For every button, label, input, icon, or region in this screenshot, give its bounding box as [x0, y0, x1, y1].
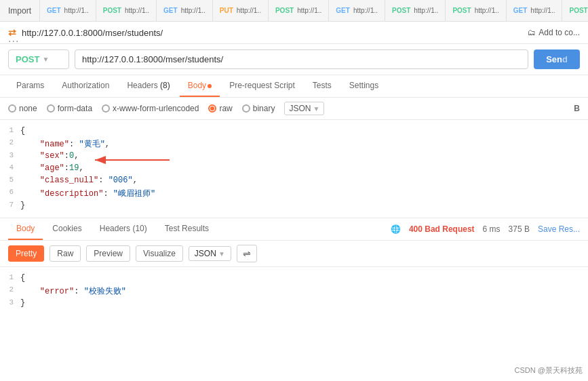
import-button[interactable]: Import — [0, 0, 40, 21]
radio-form-data — [47, 104, 55, 113]
top-tab-7[interactable]: POST http://1.. — [446, 0, 506, 21]
request-row: POST ▼ Send — [0, 44, 588, 75]
top-tab-6[interactable]: POST http://1.. — [385, 0, 446, 21]
response-line-2: 2 "error": "校验失败" — [0, 285, 588, 298]
method-badge-7: POST — [452, 7, 471, 14]
wrap-button[interactable]: ⇌ — [237, 245, 257, 262]
tab-url-6: http://1.. — [414, 7, 438, 14]
method-badge-4: POST — [275, 7, 294, 14]
option-raw[interactable]: raw — [208, 104, 232, 113]
tab-url-5: http://1.. — [353, 7, 378, 14]
view-raw-button[interactable]: Raw — [50, 245, 81, 262]
editor-line-3: 3 "sex":0, — [0, 151, 588, 163]
response-meta: 🌐 400 Bad Request 6 ms 375 B Save Res... — [391, 224, 580, 234]
editor-line-1: 1 { — [0, 125, 588, 138]
top-tab-5[interactable]: GET http://1.. — [329, 0, 385, 21]
save-response-button[interactable]: Save Res... — [538, 224, 580, 234]
method-badge-3: PUT — [220, 7, 233, 14]
editor-line-7: 7 } — [0, 200, 588, 212]
tab-url-1: http://1.. — [125, 7, 149, 14]
editor-line-6: 6 "description": "峨眉祖师" — [0, 187, 588, 200]
top-tab-bar: Import GET http://1.. POST http://1.. GE… — [0, 0, 588, 22]
request-tabs-row: Params Authorization Headers (8) Body Pr… — [0, 75, 588, 98]
radio-binary — [242, 104, 250, 113]
top-tab-2[interactable]: GET http://1.. — [157, 0, 213, 21]
address-url: http://127.0.0.1:8000/mser/students/ — [22, 28, 522, 38]
option-form-data[interactable]: form-data — [47, 104, 92, 113]
option-binary[interactable]: binary — [242, 104, 275, 113]
url-input[interactable] — [75, 49, 528, 69]
response-view-row: Pretty Raw Preview Visualize JSON ▼ ⇌ — [0, 241, 588, 267]
response-line-1: 1 { — [0, 273, 588, 285]
address-bar-row: ⇄ http://127.0.0.1:8000/mser/students/ 🗂… — [0, 22, 588, 44]
editor-line-5: 5 "class_null": "006", — [0, 175, 588, 187]
tab-tests[interactable]: Tests — [305, 75, 340, 97]
tab-url-4: http://1.. — [297, 7, 321, 14]
view-preview-button[interactable]: Preview — [86, 245, 130, 262]
tab-prerequest[interactable]: Pre-request Script — [221, 75, 303, 97]
method-badge-2: GET — [163, 7, 178, 14]
response-format-label: JSON — [195, 249, 216, 258]
request-body-editor[interactable]: 1 { 2 "name": "黄毛", 3 "sex":0, 4 "age":1… — [0, 120, 588, 218]
method-badge-1: POST — [103, 7, 121, 14]
response-time: 6 ms — [483, 224, 501, 234]
top-tab-3[interactable]: PUT http://1.. — [213, 0, 269, 21]
tab-url-8: http://1.. — [530, 7, 555, 14]
view-pretty-button[interactable]: Pretty — [8, 245, 44, 262]
response-tab-headers[interactable]: Headers (10) — [92, 218, 155, 240]
top-tab-9[interactable]: POST http://1.. — [562, 0, 588, 21]
tab-settings[interactable]: Settings — [341, 75, 387, 97]
tab-body[interactable]: Body — [180, 75, 220, 97]
response-size: 375 B — [509, 224, 530, 234]
response-tab-body[interactable]: Body — [8, 218, 43, 240]
response-tab-cookies[interactable]: Cookies — [44, 218, 90, 240]
method-badge-9: POST — [569, 7, 587, 14]
response-line-3: 3 } — [0, 298, 588, 310]
method-select[interactable]: POST ▼ — [8, 49, 69, 69]
method-chevron-icon: ▼ — [42, 56, 49, 63]
tab-params[interactable]: Params — [8, 75, 52, 97]
add-to-collection-button[interactable]: 🗂 Add to co... — [528, 28, 580, 37]
body-options-row: none form-data x-www-form-urlencoded raw… — [0, 98, 588, 120]
option-urlencoded[interactable]: x-www-form-urlencoded — [102, 104, 199, 113]
method-badge-0: GET — [47, 7, 61, 14]
editor-line-4: 4 "age":19, — [0, 163, 588, 175]
view-visualize-button[interactable]: Visualize — [136, 245, 183, 262]
tab-authorization[interactable]: Authorization — [54, 75, 117, 97]
status-code: 400 Bad Request — [409, 224, 475, 234]
method-badge-6: POST — [392, 7, 410, 14]
tab-url-0: http://1.. — [64, 7, 89, 14]
main-content: ··· ⇄ http://127.0.0.1:8000/mser/student… — [0, 22, 588, 381]
radio-none — [8, 104, 16, 113]
sidebar-dots: ··· — [8, 35, 19, 47]
editor-line-2: 2 "name": "黄毛", — [0, 138, 588, 151]
response-section: Body Cookies Headers (10) Test Results 🌐… — [0, 218, 588, 381]
response-tabs-row: Body Cookies Headers (10) Test Results 🌐… — [0, 218, 588, 241]
response-format-select[interactable]: JSON ▼ — [189, 246, 231, 261]
method-badge-8: GET — [513, 7, 528, 14]
tab-url-3: http://1.. — [237, 7, 261, 14]
watermark: CSDN @景天科技苑 — [515, 365, 583, 376]
top-tab-4[interactable]: POST http://1.. — [269, 0, 329, 21]
method-badge-5: GET — [336, 7, 350, 14]
format-chevron-icon: ▼ — [313, 105, 319, 113]
response-body-editor: 1 { 2 "error": "校验失败" 3 } — [0, 267, 588, 381]
radio-urlencoded — [102, 104, 110, 113]
globe-icon: 🌐 — [391, 224, 401, 234]
tab-headers[interactable]: Headers (8) — [119, 75, 178, 97]
top-tab-8[interactable]: GET http://1.. — [507, 0, 563, 21]
tab-url-2: http://1.. — [181, 7, 205, 14]
save-icon: 🗂 — [528, 28, 536, 37]
body-indicator: B — [574, 104, 580, 113]
tab-url-7: http://1.. — [475, 7, 499, 14]
option-none[interactable]: none — [8, 104, 37, 113]
send-button[interactable]: Send — [534, 49, 580, 69]
response-tab-test-results[interactable]: Test Results — [157, 218, 217, 240]
response-format-chevron-icon: ▼ — [218, 250, 225, 258]
body-dot — [208, 84, 212, 88]
format-label: JSON — [289, 104, 311, 113]
top-tab-0[interactable]: GET http://1.. — [40, 0, 96, 21]
top-tab-1[interactable]: POST http://1.. — [96, 0, 157, 21]
format-select[interactable]: JSON ▼ — [284, 102, 324, 115]
method-label: POST — [16, 54, 39, 64]
